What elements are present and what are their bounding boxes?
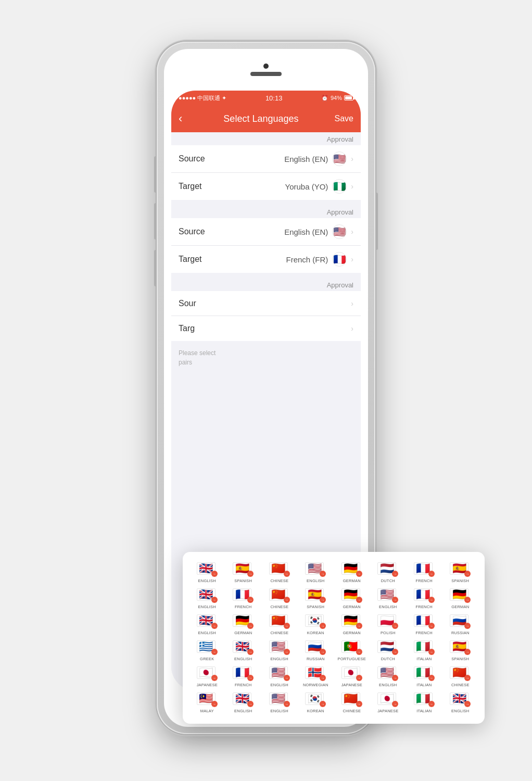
pair-it-5[interactable]: 🇮🇹 → ITALIAN [408, 666, 440, 687]
pair-label-it-5: ITALIAN [416, 683, 432, 687]
pair-my-6[interactable]: 🇲🇾 → MALAY [191, 692, 223, 713]
pair-flags-nl-4: 🇳🇱 → [377, 640, 398, 655]
pair-gb-6b[interactable]: 🇬🇧 → ENGLISH [445, 692, 477, 713]
pair-label-fr-1: FRENCH [416, 578, 433, 583]
arrow-31: → [428, 649, 435, 655]
pair-gb-4[interactable]: 🇬🇧 → ENGLISH [227, 640, 260, 661]
pair-label-cn-1: CHINESE [270, 578, 288, 583]
target-cell-3[interactable]: Targ › [171, 316, 361, 341]
pair-de-1[interactable]: 🇩🇪 → GERMAN [336, 562, 368, 583]
pair-us-1[interactable]: 🇺🇸 → ENGLISH [300, 562, 332, 583]
section3-cells: Sour › Targ › [171, 291, 361, 341]
arrow-7: → [428, 571, 435, 577]
pair-fr-1[interactable]: 🇫🇷 → FRENCH [408, 562, 440, 583]
pair-jp-6[interactable]: 🇯🇵 → JAPANESE [372, 692, 404, 713]
pair-gb-2[interactable]: 🇬🇧 → ENGLISH [191, 588, 223, 609]
pair-flags-cn-5: 🇨🇳 → [450, 666, 471, 681]
pair-es-2[interactable]: 🇪🇸 → SPANISH [300, 588, 332, 609]
pair-jp-en-5[interactable]: 🇯🇵 → JAPANESE [336, 666, 368, 687]
pair-pl-3[interactable]: 🇵🇱 → POLISH [372, 614, 404, 635]
pair-label-jp-6: JAPANESE [377, 709, 398, 713]
pair-es-4[interactable]: 🇪🇸 → SPANISH [445, 640, 477, 661]
pair-flags-cn-2: 🇨🇳 → [269, 588, 290, 603]
pair-us-6[interactable]: 🇺🇸 → ENGLISH [263, 692, 296, 713]
arrow-40: → [464, 675, 471, 681]
arrow-30: → [392, 649, 398, 655]
pair-kr-6[interactable]: 🇰🇷 → KOREAN [300, 692, 332, 713]
pair-fr-de-2[interactable]: 🇫🇷 → FRENCH [408, 588, 440, 609]
scene: ●●●●● 中国联通 ✦ 10:13 ⏰ 94% ‹ Select Langua [32, 26, 500, 755]
pair-cn-6[interactable]: 🇨🇳 → CHINESE [336, 692, 368, 713]
pair-de-pl-3[interactable]: 🇩🇪 → GERMAN [336, 614, 368, 635]
pair-flags-gr-4: 🇬🇷 → [197, 640, 218, 655]
pair-label-de-3: GERMAN [234, 631, 252, 635]
pair-label-gb-4: ENGLISH [234, 657, 252, 661]
source-label-1: Source [179, 154, 215, 163]
pair-us-ru-4[interactable]: 🇺🇸 → ENGLISH [263, 640, 296, 661]
pair-us-no-5[interactable]: 🇺🇸 → ENGLISH [263, 666, 296, 687]
pair-pt-4[interactable]: 🇵🇹 → PORTUGUESE [336, 640, 368, 661]
pair-gr-4[interactable]: 🇬🇷 → GREEK [191, 640, 223, 661]
pair-label-gr-4: GREEK [200, 657, 214, 661]
chevron-icon-1: › [351, 155, 353, 163]
pair-no-5[interactable]: 🇳🇴 → NORWEGIAN [300, 666, 332, 687]
pair-de-2[interactable]: 🇩🇪 → GERMAN [336, 588, 368, 609]
pair-kr-3[interactable]: 🇰🇷 → KOREAN [300, 614, 332, 635]
pair-gb-6[interactable]: 🇬🇧 → ENGLISH [227, 692, 260, 713]
pair-en-es-1[interactable]: 🇬🇧 → ENGLISH [191, 562, 223, 583]
pair-label-gb-3: ENGLISH [198, 631, 216, 635]
spacer2 [171, 273, 361, 278]
pair-fr-5[interactable]: 🇫🇷 → FRENCH [227, 666, 260, 687]
section1-header: Approval [171, 132, 361, 145]
pair-de-3[interactable]: 🇩🇪 → GERMAN [227, 614, 260, 635]
arrow-14: → [392, 597, 398, 603]
pair-label-kr-6: KOREAN [307, 709, 324, 713]
pair-cn-en-1[interactable]: 🇨🇳 → CHINESE [263, 562, 296, 583]
pair-es-r1[interactable]: 🇪🇸 → SPANISH [445, 562, 477, 583]
pair-gb-3[interactable]: 🇬🇧 → ENGLISH [191, 614, 223, 635]
pair-label-es-1: SPANISH [234, 578, 252, 583]
arrow-42: → [247, 701, 254, 707]
popup-grid: 🇬🇧 → ENGLISH 🇪🇸 → SPANISH 🇨🇳 → CHINESE [191, 562, 476, 713]
arrow-45: → [356, 701, 362, 707]
pair-de-2b[interactable]: 🇩🇪 → GERMAN [445, 588, 477, 609]
target-label-2: Target [179, 255, 215, 264]
chevron-icon-6: › [351, 324, 353, 333]
pair-fr-2[interactable]: 🇫🇷 → FRENCH [227, 588, 260, 609]
pair-label-my-6: MALAY [200, 709, 214, 713]
pair-flags-it-4: 🇮🇹 → [414, 640, 435, 655]
source-cell-3[interactable]: Sour › [171, 291, 361, 316]
pair-flags-it-6: 🇮🇹 → [414, 692, 435, 707]
target-cell-2[interactable]: Target French (FR) 🇫🇷 › [171, 246, 361, 273]
arrow-6: → [392, 571, 398, 577]
target-cell-1[interactable]: Target Yoruba (YO) 🇳🇬 › [171, 173, 361, 200]
pair-cn-5[interactable]: 🇨🇳 → CHINESE [445, 666, 477, 687]
time-label: 10:13 [265, 94, 283, 102]
pair-nl-1[interactable]: 🇳🇱 → DUTCH [372, 562, 404, 583]
pair-flags-ru-3: 🇷🇺 → [450, 614, 471, 629]
source-cell-1[interactable]: Source English (EN) 🇺🇸 › [171, 145, 361, 173]
pair-us-5b[interactable]: 🇺🇸 → ENGLISH [372, 666, 404, 687]
back-button[interactable]: ‹ [179, 112, 182, 125]
pair-cn-2[interactable]: 🇨🇳 → CHINESE [263, 588, 296, 609]
pair-ru-4[interactable]: 🇷🇺 → RUSSIAN [300, 640, 332, 661]
pair-us-2[interactable]: 🇺🇸 → ENGLISH [372, 588, 404, 609]
target-value-2: French (FR) 🇫🇷 › [215, 252, 353, 267]
pair-it-6[interactable]: 🇮🇹 → ITALIAN [408, 692, 440, 713]
pair-label-es-2: SPANISH [307, 604, 324, 609]
pair-flags-nl-1: 🇳🇱 → [377, 562, 398, 577]
phone-top-decoration [164, 49, 368, 91]
source-cell-2[interactable]: Source English (EN) 🇺🇸 › [171, 218, 361, 246]
pair-cn-3[interactable]: 🇨🇳 → CHINESE [263, 614, 296, 635]
pair-nl-4[interactable]: 🇳🇱 → DUTCH [372, 640, 404, 661]
pair-jp-5[interactable]: 🇯🇵 → JAPANESE [191, 666, 223, 687]
pair-es-1[interactable]: 🇪🇸 → SPANISH [227, 562, 260, 583]
pair-it-4[interactable]: 🇮🇹 → ITALIAN [408, 640, 440, 661]
save-button[interactable]: Save [335, 114, 353, 123]
pair-label-de-2: GERMAN [343, 604, 361, 609]
pair-ru-3[interactable]: 🇷🇺 → RUSSIAN [445, 614, 477, 635]
pair-fr-ru-3[interactable]: 🇫🇷 → FRENCH [408, 614, 440, 635]
arrow-23: → [428, 623, 435, 629]
pair-label-en-es-1: ENGLISH [198, 578, 216, 583]
target-value-1: Yoruba (YO) 🇳🇬 › [215, 179, 353, 194]
